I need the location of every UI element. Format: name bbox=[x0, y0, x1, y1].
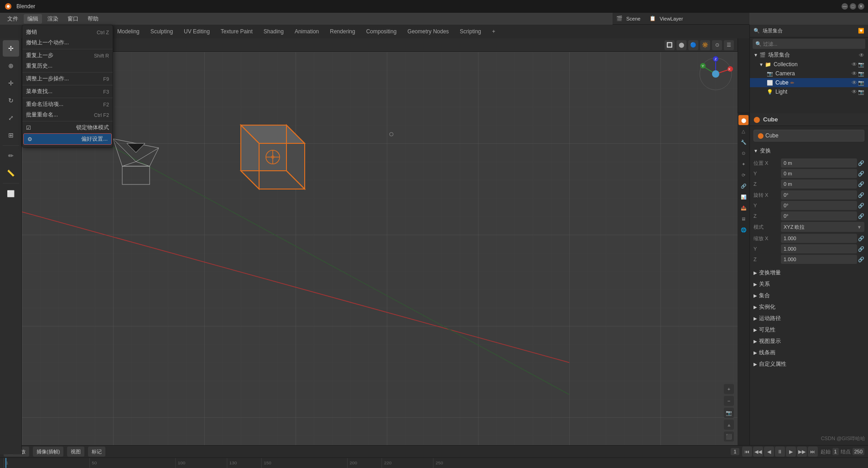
pos-y-link[interactable]: 🔗 bbox=[858, 171, 864, 177]
menu-window[interactable]: 窗口 bbox=[64, 14, 82, 24]
zoom-in-btn[interactable]: + bbox=[724, 384, 734, 394]
light-eye[interactable]: 👁 bbox=[852, 89, 857, 95]
rotation-mode-select[interactable]: XYZ 欧拉 ▼ bbox=[781, 222, 864, 232]
view-btn[interactable]: 视图 bbox=[67, 447, 84, 457]
outliner-scene-collection[interactable]: ▼ 🎬 场景集合 👁 bbox=[750, 50, 868, 60]
tab-uv-editing[interactable]: UV Editing bbox=[178, 25, 215, 38]
scale-x-link[interactable]: 🔗 bbox=[858, 236, 864, 242]
tab-shading[interactable]: Shading bbox=[258, 25, 289, 38]
current-frame-display[interactable]: 1 bbox=[731, 448, 739, 455]
end-frame-field[interactable]: 250 bbox=[852, 448, 864, 455]
tab-modeling[interactable]: Modeling bbox=[112, 25, 145, 38]
menu-render[interactable]: 渲染 bbox=[44, 14, 62, 24]
viewport[interactable]: 🔲 选项 全局 八 🔳 ⬤ 🔵 🔆 ⊙ ☰ bbox=[22, 38, 738, 445]
play-forward-btn[interactable]: ▶ bbox=[786, 447, 796, 457]
outliner-filter-btn[interactable]: 🔽 bbox=[858, 28, 864, 34]
menu-help[interactable]: 帮助 bbox=[84, 14, 102, 24]
stop-btn[interactable]: ⏸ bbox=[775, 447, 785, 457]
props-tab-modifier[interactable]: 🔧 bbox=[738, 137, 748, 147]
menu-preferences[interactable]: ⚙ 偏好设置... bbox=[23, 133, 112, 145]
tab-geometry-nodes[interactable]: Geometry Nodes bbox=[402, 25, 454, 38]
cursor-tool[interactable]: ⊕ bbox=[3, 58, 19, 74]
viewport-display-header[interactable]: ▶ 视图显示 bbox=[750, 336, 868, 347]
maximize-button[interactable]: □ bbox=[850, 3, 856, 10]
menu-batch-rename[interactable]: 批量重命名... Ctrl F2 bbox=[22, 110, 113, 120]
menu-undo[interactable]: 撤销 Ctrl Z bbox=[22, 27, 113, 37]
menu-rename[interactable]: 重命名活动项... F2 bbox=[22, 99, 113, 110]
light-render[interactable]: 📷 bbox=[858, 89, 864, 95]
rot-y-link[interactable]: 🔗 bbox=[858, 203, 864, 209]
tab-scripting[interactable]: Scripting bbox=[454, 25, 487, 38]
pos-x-value[interactable]: 0 m bbox=[781, 158, 857, 168]
props-tab-mesh[interactable]: △ bbox=[738, 126, 748, 136]
scale-z-link[interactable]: 🔗 bbox=[858, 257, 864, 263]
props-tab-object[interactable]: ⬤ bbox=[738, 115, 748, 125]
pos-z-value[interactable]: 0 m bbox=[781, 179, 857, 189]
timeline-bar[interactable]: 1 50 100 130 150 200 220 250 bbox=[0, 458, 868, 468]
minimize-button[interactable]: — bbox=[842, 3, 848, 10]
tab-add[interactable]: + bbox=[487, 25, 501, 38]
overlay-btn[interactable]: ⊙ bbox=[712, 40, 722, 50]
props-tab-output[interactable]: 📤 bbox=[738, 203, 748, 213]
props-tab-view[interactable]: 🖥 bbox=[738, 214, 748, 224]
scale-x-value[interactable]: 1.000 bbox=[781, 234, 857, 243]
menu-redo-history[interactable]: 重复历史... bbox=[22, 61, 113, 71]
menu-file[interactable]: 文件 bbox=[4, 14, 22, 24]
camera-view-btn[interactable]: 📷 bbox=[724, 408, 734, 418]
collection-render-eye[interactable]: 📷 bbox=[858, 62, 864, 68]
markers-btn[interactable]: 标记 bbox=[88, 447, 105, 457]
outliner-cube[interactable]: ⬜ Cube ✏ 👁 📷 bbox=[750, 78, 868, 87]
motion-paths-header[interactable]: ▶ 运动路径 bbox=[750, 313, 868, 324]
scale-tool[interactable]: ⤢ bbox=[3, 110, 19, 126]
pos-x-link[interactable]: 🔗 bbox=[858, 160, 864, 166]
jump-start-btn[interactable]: ⏮ bbox=[742, 447, 752, 457]
next-frame-btn[interactable]: ▶▶ bbox=[797, 447, 807, 457]
rot-z-value[interactable]: 0° bbox=[781, 211, 857, 221]
relations-header[interactable]: ▶ 关系 bbox=[750, 279, 868, 290]
visibility-header[interactable]: ▶ 可见性 bbox=[750, 324, 868, 336]
props-tab-shader[interactable]: ⊙ bbox=[738, 148, 748, 158]
close-button[interactable]: ✕ bbox=[858, 3, 864, 10]
delta-transform-header[interactable]: ▶ 变换增量 bbox=[750, 267, 868, 279]
menu-adjust-last[interactable]: 调整上一步操作... F9 bbox=[22, 74, 113, 84]
tab-compositing[interactable]: Compositing bbox=[361, 25, 402, 38]
collections-header[interactable]: ▶ 集合 bbox=[750, 290, 868, 301]
instancing-header[interactable]: ▶ 实例化 bbox=[750, 301, 868, 313]
scale-y-value[interactable]: 1.000 bbox=[781, 244, 857, 253]
camera-eye[interactable]: 👁 bbox=[852, 70, 857, 77]
scale-y-link[interactable]: 🔗 bbox=[858, 246, 864, 252]
annotate-tool[interactable]: ✏ bbox=[3, 147, 19, 164]
measure-tool[interactable]: 📏 bbox=[3, 165, 19, 181]
object-name-field[interactable]: ⬤ Cube bbox=[754, 130, 864, 142]
scale-z-value[interactable]: 1.000 bbox=[781, 255, 857, 264]
outliner-camera[interactable]: 📷 Camera 👁 📷 bbox=[750, 69, 868, 78]
menu-undo-history[interactable]: 撤销上一个动作... bbox=[22, 37, 113, 48]
transform-tool[interactable]: ⊞ bbox=[3, 127, 19, 143]
camera-render[interactable]: 📷 bbox=[858, 71, 864, 77]
cube-render[interactable]: 📷 bbox=[858, 80, 864, 86]
outliner-light[interactable]: 💡 Light 👁 📷 bbox=[750, 87, 868, 96]
props-tab-particles[interactable]: ✦ bbox=[738, 159, 748, 169]
rot-y-value[interactable]: 0° bbox=[781, 201, 857, 210]
viewport-content[interactable]: X Y Z + − 📷 ⟁ ⬛ bbox=[22, 52, 738, 445]
zoom-out-btn[interactable]: − bbox=[724, 396, 734, 406]
props-tab-world[interactable]: 🌐 bbox=[738, 225, 748, 235]
collection-eye[interactable]: 👁 bbox=[852, 61, 857, 68]
pos-z-link[interactable]: 🔗 bbox=[858, 181, 864, 187]
top-view-btn[interactable]: ⬛ bbox=[724, 431, 734, 442]
move-tool[interactable]: ✛ bbox=[3, 75, 19, 91]
tab-texture-paint[interactable]: Texture Paint bbox=[215, 25, 258, 38]
outliner-search[interactable]: 🔍 过滤... bbox=[753, 39, 865, 49]
pos-y-value[interactable]: 0 m bbox=[781, 169, 857, 178]
add-cube-tool[interactable]: ⬜ bbox=[3, 185, 19, 202]
perspective-btn[interactable]: ⟁ bbox=[724, 420, 734, 430]
navigation-gizmo[interactable]: X Y Z bbox=[697, 56, 734, 92]
prev-frame-btn[interactable]: ◀◀ bbox=[753, 447, 763, 457]
line-art-header[interactable]: ▶ 线条画 bbox=[750, 347, 868, 358]
rot-x-link[interactable]: 🔗 bbox=[858, 192, 864, 198]
rotate-tool[interactable]: ↻ bbox=[3, 92, 19, 109]
props-tab-data[interactable]: 📊 bbox=[738, 192, 748, 202]
jump-end-btn[interactable]: ⏭ bbox=[808, 447, 818, 457]
solid-btn[interactable]: ⬤ bbox=[676, 40, 686, 50]
scene-collection-eye[interactable]: 👁 bbox=[859, 52, 864, 58]
